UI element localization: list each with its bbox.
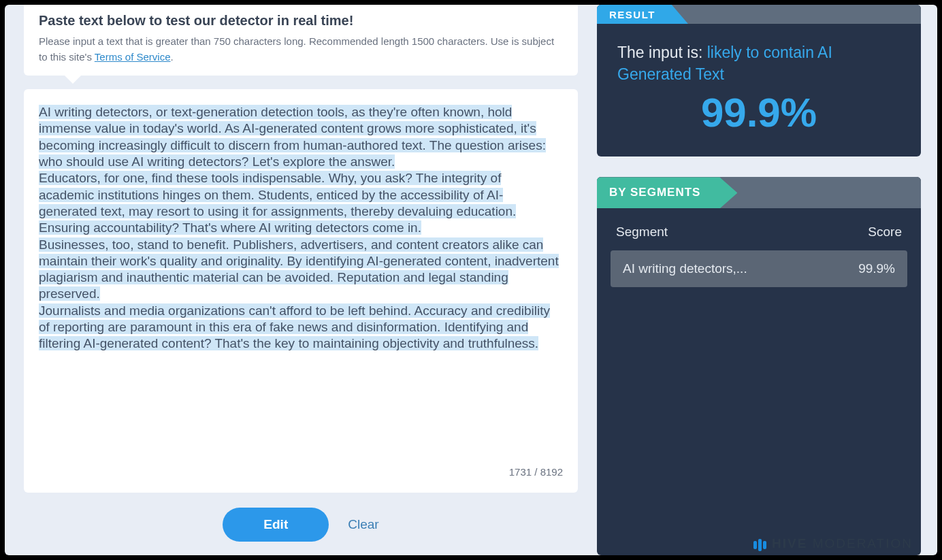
left-panel: Paste text below to test our detector in… — [5, 5, 597, 555]
result-prefix: The input is: — [617, 44, 707, 61]
segments-card: BY SEGMENTS Segment Score AI writing det… — [597, 177, 921, 555]
input-textarea[interactable]: AI writing detectors, or text-generation… — [39, 104, 563, 459]
char-count-separator: / — [532, 466, 540, 478]
result-body: The input is: likely to contain AI Gener… — [597, 24, 921, 157]
edit-button[interactable]: Edit — [223, 508, 329, 542]
result-header: RESULT — [597, 5, 921, 24]
hive-logo-icon — [753, 539, 766, 549]
segment-row-score: 99.9% — [858, 261, 895, 276]
segment-col-label: Segment — [616, 225, 668, 240]
footer-brand-bold: HIVE — [772, 536, 807, 550]
result-percentage: 99.9% — [617, 89, 900, 136]
score-col-label: Score — [868, 225, 902, 240]
button-row: Edit Clear — [24, 508, 578, 542]
char-count-current: 1731 — [509, 466, 532, 478]
segments-body: Segment Score AI writing detectors,... 9… — [597, 208, 921, 555]
result-tab-label: RESULT — [597, 5, 688, 24]
character-counter: 1731 / 8192 — [39, 466, 563, 478]
textarea-card: AI writing detectors, or text-generation… — [24, 89, 578, 493]
result-text: The input is: likely to contain AI Gener… — [617, 42, 900, 85]
segment-row-label: AI writing detectors,... — [623, 261, 747, 276]
segments-header: BY SEGMENTS — [597, 177, 921, 208]
footer-brand: HIVE MODERATION — [772, 536, 913, 551]
segments-tab-label: BY SEGMENTS — [597, 177, 737, 208]
footer: HIVE MODERATION — [753, 536, 913, 551]
textarea-wrapper: AI writing detectors, or text-generation… — [39, 104, 563, 459]
app-container: Paste text below to test our detector in… — [5, 5, 937, 555]
clear-button[interactable]: Clear — [348, 517, 378, 532]
intro-description: Please input a text that is greater than… — [39, 34, 563, 65]
segment-row[interactable]: AI writing detectors,... 99.9% — [611, 250, 907, 287]
intro-card: Paste text below to test our detector in… — [24, 5, 578, 76]
char-count-max: 8192 — [540, 466, 563, 478]
intro-title: Paste text below to test our detector in… — [39, 13, 563, 29]
terms-of-service-link[interactable]: Terms of Service — [95, 51, 171, 63]
segments-column-headers: Segment Score — [611, 225, 907, 250]
intro-desc-suffix: . — [171, 51, 174, 63]
right-panel: RESULT The input is: likely to contain A… — [597, 5, 937, 555]
result-card: RESULT The input is: likely to contain A… — [597, 5, 921, 157]
footer-brand-light: MODERATION — [813, 536, 913, 550]
